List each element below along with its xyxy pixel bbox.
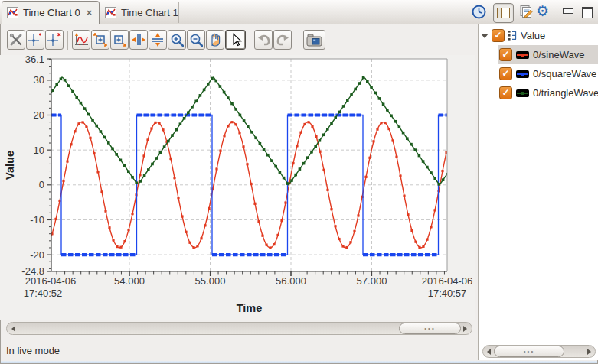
pointer-button[interactable]	[225, 30, 246, 50]
remove-annotation-icon	[47, 33, 61, 47]
toolbar-separator	[250, 31, 250, 50]
auto-scale-chart-icon	[74, 33, 89, 47]
tree-horizontal-scrollbar[interactable]: •••	[482, 345, 596, 358]
svg-text:30: 30	[34, 74, 44, 86]
save-snapshot-button[interactable]	[303, 30, 325, 50]
scrollbar-thumb[interactable]: •••	[494, 346, 564, 357]
svg-text:36.1: 36.1	[25, 55, 44, 65]
wrench-icon	[9, 33, 23, 47]
svg-text:57.000: 57.000	[357, 275, 387, 287]
zoom-vertical-icon	[151, 33, 165, 47]
panning-button[interactable]	[206, 30, 224, 50]
clock-icon[interactable]	[472, 5, 486, 19]
maximize-icon[interactable]	[582, 7, 593, 18]
time-chart-plot[interactable]: 3020100-10-2036.1-24.854.00055.00056.000…	[0, 55, 475, 320]
tab-label: Time Chart 0	[23, 7, 80, 18]
status-text: In live mode	[6, 345, 60, 356]
cursor-arrow-icon	[229, 33, 243, 47]
chart-toolbar	[0, 24, 475, 55]
axis-icon	[508, 30, 517, 41]
redo-arrow-icon	[276, 34, 290, 46]
svg-text:56.000: 56.000	[276, 275, 306, 287]
svg-text:0: 0	[39, 179, 44, 190]
tab-time-chart-1[interactable]: Time Chart 1	[101, 2, 179, 23]
scroll-right-icon[interactable]	[463, 326, 467, 332]
remove-annotation-button[interactable]	[45, 30, 64, 50]
camera-icon	[306, 34, 322, 47]
application-window: Time Chart 0 × Time Chart 1	[0, 0, 598, 364]
minimize-icon[interactable]	[563, 8, 573, 14]
svg-text:10: 10	[34, 145, 44, 156]
zoom-vertically-button[interactable]	[149, 30, 167, 50]
checkbox-value-axis[interactable]: ✓	[492, 29, 505, 42]
undo-button[interactable]	[254, 30, 273, 50]
scroll-right-icon[interactable]	[587, 349, 591, 355]
svg-text:Value: Value	[4, 151, 16, 180]
tab-bar: Time Chart 0 × Time Chart 1	[0, 0, 598, 24]
tree-label: 0/sineWave	[533, 49, 584, 60]
pan-hand-icon	[208, 33, 222, 47]
checkbox-trianglewave[interactable]: ✓	[499, 86, 512, 99]
xy-graph-icon	[7, 7, 18, 18]
rubberband-zoom-button[interactable]	[91, 30, 109, 50]
svg-text:2016-04-06: 2016-04-06	[422, 275, 473, 287]
svg-text:Time: Time	[237, 302, 263, 314]
svg-text:55.000: 55.000	[195, 275, 226, 287]
scrollbar-thumb[interactable]: •••	[399, 323, 461, 334]
tree-item-sinewave[interactable]: ✓ 0/sineWave	[479, 45, 598, 64]
chart-svg: 3020100-10-2036.1-24.854.00055.00056.000…	[0, 55, 475, 320]
trace-tree-panel: ✓ Value ✓ 0/sineWave ✓	[478, 24, 598, 360]
scroll-left-icon[interactable]	[11, 326, 15, 332]
horizontal-rubberband-zoom-icon	[113, 33, 126, 47]
horizontal-rubberband-zoom-button[interactable]	[110, 30, 129, 50]
tab-time-chart-0[interactable]: Time Chart 0 ×	[2, 1, 100, 24]
xy-graph-icon	[105, 7, 116, 18]
svg-text:17:40:52: 17:40:52	[24, 288, 63, 299]
add-annotation-button[interactable]	[26, 30, 44, 50]
toolbar-separator	[67, 31, 68, 50]
toolbar-separator	[299, 31, 299, 50]
status-bar: In live mode	[0, 340, 475, 360]
trace-color-swatch	[516, 70, 529, 78]
zoom-in-icon	[170, 33, 184, 47]
settings-gear-icon[interactable]: ⚙	[536, 2, 549, 20]
toggle-property-pane-button[interactable]	[493, 3, 514, 23]
zoom-horizontally-button[interactable]	[129, 30, 148, 50]
zoom-out-button[interactable]	[187, 30, 205, 50]
svg-text:2016-04-06: 2016-04-06	[25, 275, 77, 287]
auto-scale-button[interactable]	[72, 30, 90, 50]
checkbox-sinewave[interactable]: ✓	[499, 48, 512, 61]
tree-label: 0/squareWave	[533, 68, 596, 80]
rubberband-zoom-icon	[93, 33, 107, 47]
tab-label: Time Chart 1	[121, 7, 178, 18]
redo-button[interactable]	[273, 30, 292, 50]
tab-close-icon[interactable]: ×	[87, 8, 93, 18]
tree-label: 0/triangleWave	[533, 87, 598, 99]
tree-item-trianglewave[interactable]: ✓ 0/triangleWave	[479, 83, 598, 102]
trace-color-swatch	[516, 89, 529, 97]
svg-text:-20: -20	[30, 249, 44, 261]
svg-text:54.000: 54.000	[114, 275, 145, 287]
chart-horizontal-scrollbar[interactable]: •••	[6, 322, 472, 335]
svg-text:-10: -10	[30, 214, 44, 226]
window-bottom-accent	[1, 361, 597, 363]
expander-triangle-icon[interactable]	[481, 34, 489, 38]
tree-item-squarewave[interactable]: ✓ 0/squareWave	[479, 64, 598, 83]
export-snapshot-icon[interactable]	[519, 5, 534, 19]
zoom-out-icon	[189, 33, 203, 47]
scroll-left-icon[interactable]	[487, 349, 491, 355]
checkbox-squarewave[interactable]: ✓	[499, 67, 512, 80]
svg-text:17:40:57: 17:40:57	[428, 288, 467, 299]
trace-color-swatch	[516, 51, 529, 59]
zoom-in-button[interactable]	[168, 30, 186, 50]
tree-item-value-axis[interactable]: ✓ Value	[479, 26, 598, 45]
tree-label: Value	[521, 30, 545, 41]
configure-settings-button[interactable]	[7, 30, 25, 50]
add-annotation-icon	[28, 33, 42, 47]
undo-arrow-icon	[257, 34, 271, 46]
split-pane-icon	[497, 8, 510, 18]
zoom-horizontal-icon	[132, 33, 145, 47]
svg-text:20: 20	[34, 109, 44, 121]
